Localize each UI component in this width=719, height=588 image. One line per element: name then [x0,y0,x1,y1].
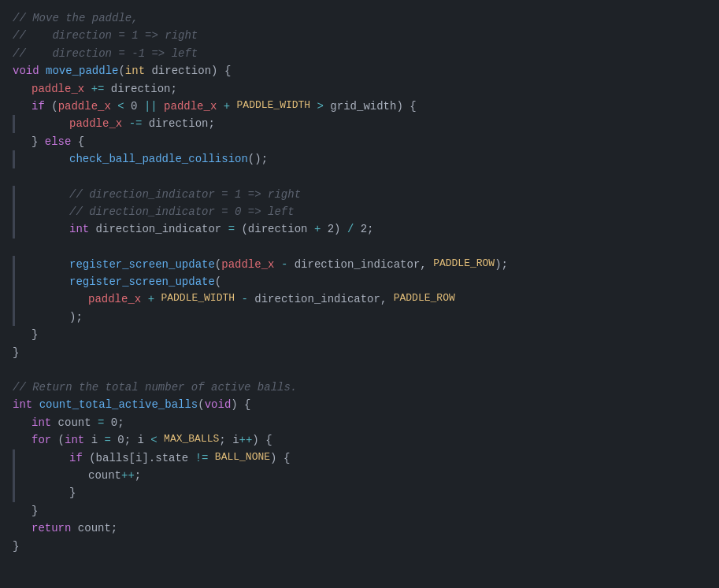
code-line [0,168,719,186]
code-line: } [0,484,719,501]
code-line: register_screen_update(paddle_x - direct… [0,256,719,273]
code-line: // Move the paddle, [0,9,719,27]
code-line: int direction_indicator = (direction + 2… [0,220,719,238]
code-line [0,361,719,379]
code-line: register_screen_update( [0,273,719,290]
code-line: } [0,326,719,343]
code-line: if (paddle_x < 0 || paddle_x + PADDLE_WI… [0,98,719,115]
code-line: // direction_indicator = 0 => left [0,203,719,220]
code-line: count++; [0,467,719,484]
code-line: for (int i = 0; i < MAX_BALLS; i++) { [0,431,719,449]
code-line: } [0,502,719,520]
code-line: // direction = -1 => left [0,45,719,62]
code-line: // Return the total number of active bal… [0,379,719,396]
code-line: int count = 0; [0,414,719,431]
code-line: if (balls[i].state != BALL_NONE) { [0,449,719,467]
code-line: paddle_x -= direction; [0,115,719,132]
code-editor: // Move the paddle,// direction = 1 => r… [0,0,719,564]
code-line: int count_total_active_balls(void) { [0,396,719,413]
code-line: paddle_x += direction; [0,80,719,98]
code-line: // direction = 1 => right [0,27,719,44]
code-line: } [0,344,719,361]
code-line: } [0,538,719,555]
code-line: paddle_x + PADDLE_WIDTH - direction_indi… [0,290,719,308]
code-line: void move_paddle(int direction) { [0,62,719,80]
code-line: // direction_indicator = 1 => right [0,186,719,203]
code-line: ); [0,309,719,326]
code-line [0,239,719,256]
code-line: check_ball_paddle_collision(); [0,150,719,168]
code-line: return count; [0,520,719,537]
code-line: } else { [0,133,719,150]
